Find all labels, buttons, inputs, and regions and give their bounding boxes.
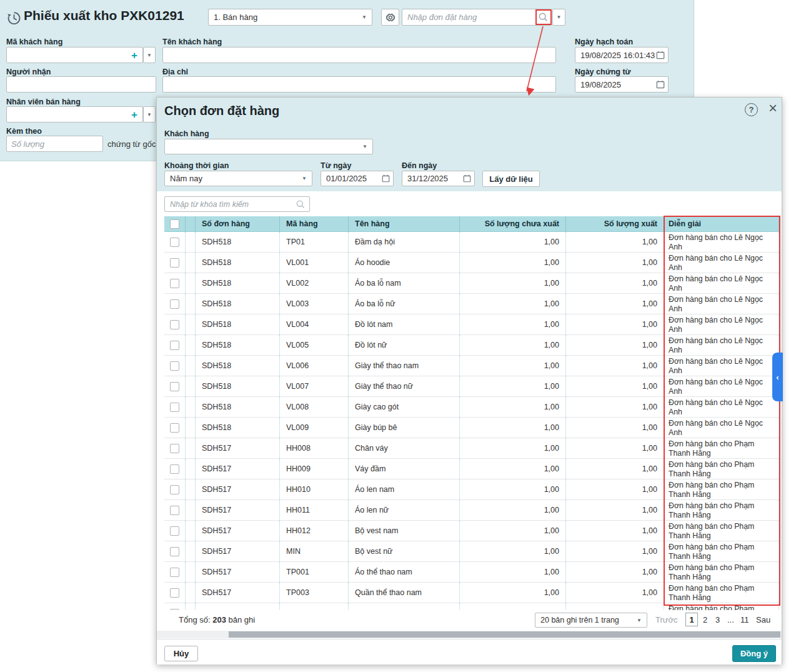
order-link[interactable]: SDH517 <box>196 583 280 603</box>
keyword-search-input[interactable]: Nhập từ khóa tìm kiếm <box>164 196 310 212</box>
customer-name-input[interactable] <box>162 47 556 63</box>
order-link[interactable]: SDH518 <box>196 273 280 293</box>
order-link[interactable]: SDH517 <box>196 521 280 541</box>
order-search-dropdown-button[interactable]: ▼ <box>552 9 565 26</box>
add-customer-icon[interactable]: + <box>131 50 137 61</box>
table-row[interactable]: SDH517HH012Bộ vest nam1,001,00Đơn hàng b… <box>164 521 779 541</box>
order-link[interactable]: SDH518 <box>196 356 280 376</box>
order-link[interactable]: SDH517 <box>196 500 280 520</box>
order-link[interactable]: SDH518 <box>196 397 280 417</box>
col-description[interactable]: Diễn giải <box>664 216 779 231</box>
horizontal-scrollbar[interactable] <box>157 631 782 638</box>
order-link[interactable]: SDH518 <box>196 253 280 273</box>
table-row[interactable]: SDH517HH010Áo len nam1,001,00Đơn hàng bá… <box>164 479 779 500</box>
help-icon[interactable]: ? <box>745 103 758 116</box>
row-checkbox[interactable] <box>170 485 179 494</box>
order-link[interactable]: SDH518 <box>196 376 280 396</box>
prev-page-button[interactable]: Trước <box>655 615 678 624</box>
cancel-button[interactable]: Hủy <box>164 646 198 661</box>
row-checkbox[interactable] <box>170 568 179 577</box>
history-icon[interactable] <box>6 10 22 26</box>
row-checkbox[interactable] <box>170 526 179 536</box>
order-link[interactable]: SDH518 <box>196 418 280 438</box>
page-3[interactable]: 3 <box>715 615 720 624</box>
ok-button[interactable]: Đồng ý <box>732 645 776 662</box>
calendar-icon[interactable] <box>382 174 390 183</box>
side-panel-expand-handle[interactable]: ‹ <box>772 353 783 401</box>
page-2[interactable]: 2 <box>703 615 707 624</box>
table-row[interactable]: SDH518VL003Áo ba lỗ nữ1,001,00Đơn hàng b… <box>164 294 779 314</box>
attachment-quantity-input[interactable] <box>6 136 103 152</box>
document-date-input[interactable]: 19/08/2025 <box>575 76 669 93</box>
select-all-checkbox[interactable] <box>170 219 179 229</box>
row-checkbox[interactable] <box>170 279 179 288</box>
table-row[interactable]: SDH518VL009Giày búp bê1,001,00Đơn hàng b… <box>164 418 779 438</box>
scrollbar-thumb[interactable] <box>229 631 780 638</box>
close-icon[interactable]: × <box>764 99 782 117</box>
next-page-button[interactable]: Sau <box>756 615 770 624</box>
page-11[interactable]: 11 <box>740 615 749 624</box>
row-checkbox[interactable] <box>170 547 179 556</box>
posting-date-input[interactable]: 19/08/2025 16:01:43 <box>575 47 669 63</box>
order-link[interactable] <box>196 603 280 610</box>
table-row[interactable]: SDH517HH011Áo len nữ1,001,00Đơn hàng bán… <box>164 500 779 521</box>
row-checkbox[interactable] <box>170 238 179 247</box>
order-search-input[interactable]: Nhập đơn đặt hàng <box>402 9 552 26</box>
row-checkbox[interactable] <box>170 320 179 329</box>
row-checkbox[interactable] <box>170 609 179 611</box>
row-checkbox[interactable] <box>170 361 179 371</box>
table-row[interactable]: SDH518VL004Đồ lót nam1,001,00Đơn hàng bá… <box>164 314 779 335</box>
table-row[interactable]: SDH518VL006Giày thể thao nam1,001,00Đơn … <box>164 356 779 376</box>
table-row[interactable]: Đơn hàng bán cho Phạm <box>164 603 779 610</box>
calendar-icon[interactable] <box>656 51 665 59</box>
address-input[interactable] <box>162 76 556 93</box>
table-row[interactable]: SDH518VL007Giày thể thao nữ1,001,00Đơn h… <box>164 376 779 397</box>
table-row[interactable]: SDH517HH008Chân váy1,001,00Đơn hàng bán … <box>164 438 779 459</box>
table-row[interactable]: SDH517MINBộ vest nữ1,001,00Đơn hàng bán … <box>164 541 779 562</box>
row-checkbox[interactable] <box>170 444 179 453</box>
row-checkbox[interactable] <box>170 423 179 433</box>
time-range-dropdown[interactable]: Năm nay ▼ <box>164 171 312 186</box>
row-checkbox[interactable] <box>170 506 179 515</box>
col-qty-export[interactable]: Số lượng xuất <box>566 216 664 231</box>
row-checkbox[interactable] <box>170 299 179 309</box>
customer-code-input[interactable]: + <box>6 47 143 63</box>
customer-code-dropdown-button[interactable]: ▼ <box>143 47 156 63</box>
order-link[interactable]: SDH517 <box>196 479 280 499</box>
voucher-type-dropdown[interactable]: 1. Bán hàng ▼ <box>208 9 372 26</box>
order-link[interactable]: SDH517 <box>196 459 280 479</box>
table-row[interactable]: SDH517TP001Áo thể thao nam1,001,00Đơn hà… <box>164 562 779 583</box>
table-row[interactable]: SDH518VL001Áo hoodie1,001,00Đơn hàng bán… <box>164 253 779 273</box>
receiver-input[interactable] <box>6 76 156 93</box>
calendar-icon[interactable] <box>656 80 665 89</box>
col-item-code[interactable]: Mã hàng <box>280 216 349 231</box>
table-row[interactable]: SDH518VL002Áo ba lỗ nam1,001,00Đơn hàng … <box>164 273 779 294</box>
search-icon[interactable] <box>296 199 306 209</box>
table-row[interactable]: SDH518TP01Đầm dạ hội1,001,00Đơn hàng bán… <box>164 232 779 253</box>
row-checkbox[interactable] <box>170 588 179 598</box>
add-salesperson-icon[interactable]: + <box>131 109 137 120</box>
salesperson-dropdown-button[interactable]: ▼ <box>143 106 156 123</box>
col-qty-pending[interactable]: Số lượng chưa xuất <box>460 216 566 231</box>
order-link[interactable]: SDH517 <box>196 562 280 582</box>
row-checkbox[interactable] <box>170 464 179 474</box>
calendar-icon[interactable] <box>463 174 471 183</box>
row-checkbox[interactable] <box>170 403 179 412</box>
page-size-dropdown[interactable]: 20 bản ghi trên 1 trang ▼ <box>535 613 647 628</box>
col-order-number[interactable]: Số đơn hàng <box>196 216 280 231</box>
order-link[interactable]: SDH518 <box>196 335 280 355</box>
salesperson-input[interactable]: + <box>6 106 143 123</box>
row-checkbox[interactable] <box>170 258 179 268</box>
order-link[interactable]: SDH517 <box>196 541 280 561</box>
order-link[interactable]: SDH518 <box>196 314 280 334</box>
order-link[interactable]: SDH517 <box>196 438 280 458</box>
row-checkbox[interactable] <box>170 341 179 350</box>
to-date-input[interactable]: 31/12/2025 <box>402 171 475 186</box>
settings-button[interactable] <box>381 9 399 26</box>
order-link[interactable]: SDH518 <box>196 232 280 252</box>
col-item-name[interactable]: Tên hàng <box>349 216 460 231</box>
table-row[interactable]: SDH518VL005Đồ lót nữ1,001,00Đơn hàng bán… <box>164 335 779 356</box>
page-1-current[interactable]: 1 <box>685 613 698 626</box>
row-checkbox[interactable] <box>170 382 179 391</box>
from-date-input[interactable]: 01/01/2025 <box>321 171 394 186</box>
